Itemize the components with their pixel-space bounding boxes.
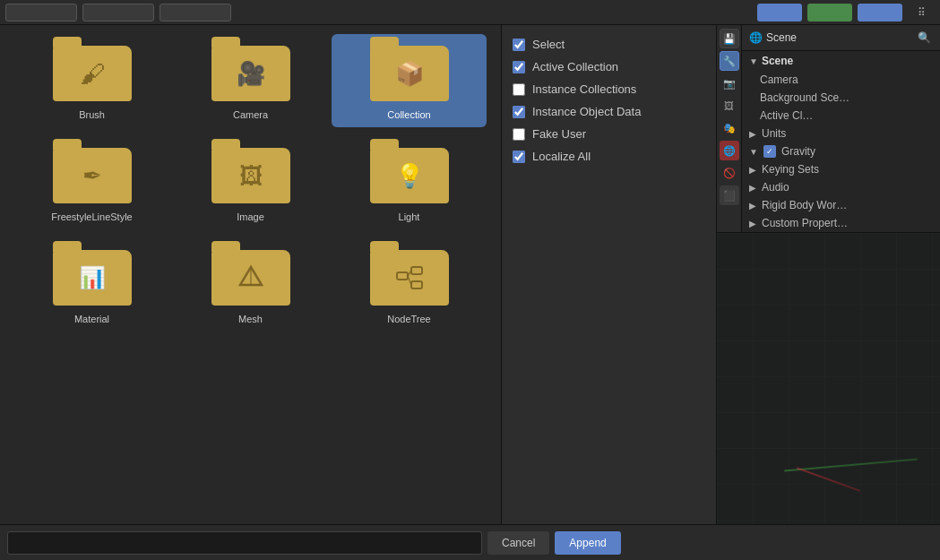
file-browser-panel: 🖌 Brush 🎥 Camera [0,25,502,524]
custom-props-label: Custom Propert… [762,217,848,229]
top-btn-3[interactable] [160,4,231,22]
units-header[interactable]: ▶ Units [742,125,940,142]
scene-props-icon-btn[interactable]: 🌐 [720,141,739,160]
folder-item-camera[interactable]: 🎥 Camera [173,34,328,127]
bottom-bar: Cancel Append [0,524,940,560]
folder-item-freestyle[interactable]: ✒ FreestyleLineStyle [14,136,169,229]
top-btn-2[interactable] [82,4,154,22]
instance-object-data-checkbox[interactable] [513,106,525,118]
folder-label-collection: Collection [387,109,430,120]
file-browser-content: 🖌 Brush 🎥 Camera [0,25,501,524]
select-label: Select [532,38,565,51]
option-row-localize-all[interactable]: Localize All [513,150,705,163]
folder-item-nodetree[interactable]: NodeTree [332,238,487,332]
folder-label-material: Material [74,314,109,324]
top-btn-5[interactable] [807,4,852,22]
props-content: 🌐 Scene 🔍 ▼ Scene Camera Background Sce…… [742,25,940,232]
instance-object-data-label: Instance Object Data [532,105,641,118]
folder-item-mesh[interactable]: Mesh [173,238,328,332]
chevron-down-gravity-icon: ▼ [749,147,758,157]
viewport-area [717,233,940,524]
chevron-right-keying-icon: ▶ [749,165,756,175]
instance-collections-checkbox[interactable] [513,83,525,96]
folder-item-material[interactable]: 📊 Material [14,238,169,332]
folder-label-light: Light [399,211,420,222]
instance-collections-label: Instance Collections [532,82,636,96]
grid-icon: ⠿ [908,4,935,22]
scene-section-label: Scene [762,55,793,67]
top-btn-6[interactable] [858,4,902,22]
folder-label-camera: Camera [233,109,268,120]
save-icon-btn[interactable]: 💾 [720,29,739,48]
options-panel: Select Active Collection Instance Collec… [502,25,717,524]
gravity-row[interactable]: ▼ ✓ Gravity [742,142,940,160]
scene-item-active[interactable]: Active Cl… [742,107,940,125]
freestyle-icon: ✒ [82,162,102,190]
rigid-body-header[interactable]: ▶ Rigid Body Wor… [742,196,940,214]
select-checkbox[interactable] [513,39,525,51]
option-row-active-collection[interactable]: Active Collection [513,60,705,73]
material-icon: 📊 [79,265,106,290]
top-btn-4[interactable] [757,4,802,22]
nodetree-icon [395,263,424,292]
keying-sets-label: Keying Sets [762,163,819,176]
custom-props-header[interactable]: ▶ Custom Propert… [742,214,940,232]
svg-line-7 [408,276,411,285]
wrench-icon-btn[interactable]: 🔧 [720,51,739,71]
cancel-button[interactable]: Cancel [487,531,549,555]
chevron-right-rigid-icon: ▶ [749,201,756,211]
folder-item-collection[interactable]: 📦 Collection [332,34,487,127]
light-icon: 💡 [395,162,424,190]
world-icon-btn[interactable]: 🚫 [720,163,739,183]
folder-label-brush: Brush [79,109,105,120]
fake-user-label: Fake User [532,127,586,141]
properties-panel: 💾 🔧 📷 🖼 🎭 🌐 🚫 ⬛ 🌐 Scene [717,25,940,233]
output-icon-btn[interactable]: 🖼 [720,96,739,116]
gravity-checkbox[interactable]: ✓ [763,145,776,158]
props-scene-header[interactable]: ▼ Scene [742,51,940,71]
folder-item-brush[interactable]: 🖌 Brush [14,34,169,127]
folder-item-light[interactable]: 💡 Light [332,136,487,229]
collection-icon: 📦 [395,60,424,88]
append-button[interactable]: Append [555,531,620,555]
chevron-right-units-icon: ▶ [749,129,756,139]
option-row-instance-object-data[interactable]: Instance Object Data [513,105,705,118]
option-row-fake-user[interactable]: Fake User [513,127,705,141]
folder-label-mesh: Mesh [238,314,263,324]
audio-header[interactable]: ▶ Audio [742,178,940,196]
folder-item-image[interactable]: 🖼 Image [173,136,328,229]
option-row-instance-collections[interactable]: Instance Collections [513,82,705,96]
chevron-down-icon: ▼ [749,56,758,66]
localize-all-checkbox[interactable] [513,151,525,163]
active-collection-label: Active Collection [532,60,618,73]
props-scene-icon: 🌐 [749,31,763,44]
audio-label: Audio [762,181,789,194]
keying-sets-header[interactable]: ▶ Keying Sets [742,160,940,178]
localize-all-label: Localize All [532,150,591,163]
svg-rect-5 [411,281,422,289]
units-label: Units [762,127,786,140]
svg-rect-4 [411,267,422,274]
chevron-right-custom-icon: ▶ [749,219,756,228]
props-scene-name: Scene [766,31,797,44]
scene-item-camera[interactable]: Camera [742,71,940,89]
chevron-right-audio-icon: ▶ [749,183,756,193]
folder-label-freestyle: FreestyleLineStyle [51,211,133,222]
fake-user-checkbox[interactable] [513,128,525,141]
folder-label-image: Image [237,211,264,222]
render-icon-btn[interactable]: 📷 [720,73,739,93]
props-search-btn[interactable]: 🔍 [915,29,933,47]
top-btn-1[interactable] [5,4,77,22]
brush-icon: 🖌 [80,59,105,89]
scene-item-bg[interactable]: Background Sce… [742,89,940,107]
svg-rect-3 [397,272,408,280]
view-layer-icon-btn[interactable]: 🎭 [720,118,739,138]
gravity-label: Gravity [781,145,815,158]
folder-label-nodetree: NodeTree [387,314,431,324]
option-row-select[interactable]: Select [513,38,705,51]
image-icon: 🖼 [239,162,263,190]
path-input[interactable] [7,531,482,555]
object-icon-btn[interactable]: ⬛ [720,185,739,205]
active-collection-checkbox[interactable] [513,61,525,73]
rigid-body-label: Rigid Body Wor… [762,199,847,211]
